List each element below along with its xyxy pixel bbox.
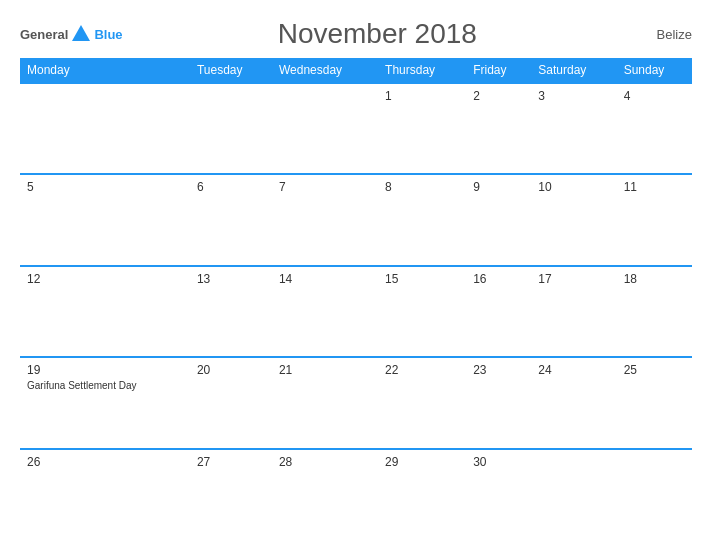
country-label: Belize bbox=[632, 27, 692, 42]
day-number: 14 bbox=[279, 272, 371, 286]
week-row-0: 1234 bbox=[20, 83, 692, 174]
cell-w1-d0: 5 bbox=[20, 174, 190, 265]
day-number: 3 bbox=[538, 89, 609, 103]
day-number: 2 bbox=[473, 89, 524, 103]
calendar-table: Monday Tuesday Wednesday Thursday Friday… bbox=[20, 58, 692, 540]
week-row-2: 12131415161718 bbox=[20, 266, 692, 357]
cell-w4-d2: 28 bbox=[272, 449, 378, 540]
cell-w3-d2: 21 bbox=[272, 357, 378, 448]
cell-w2-d0: 12 bbox=[20, 266, 190, 357]
col-thursday: Thursday bbox=[378, 58, 466, 83]
day-number: 27 bbox=[197, 455, 265, 469]
col-sunday: Sunday bbox=[617, 58, 692, 83]
header: General Blue November 2018 Belize bbox=[20, 18, 692, 50]
cell-w1-d1: 6 bbox=[190, 174, 272, 265]
day-number: 15 bbox=[385, 272, 459, 286]
day-number: 8 bbox=[385, 180, 459, 194]
day-number: 1 bbox=[385, 89, 459, 103]
calendar-header: Monday Tuesday Wednesday Thursday Friday… bbox=[20, 58, 692, 83]
day-number: 12 bbox=[27, 272, 183, 286]
day-number: 4 bbox=[624, 89, 685, 103]
week-row-3: 19Garifuna Settlement Day202122232425 bbox=[20, 357, 692, 448]
day-number: 9 bbox=[473, 180, 524, 194]
day-number: 21 bbox=[279, 363, 371, 377]
cell-w1-d2: 7 bbox=[272, 174, 378, 265]
cell-w4-d0: 26 bbox=[20, 449, 190, 540]
day-number: 16 bbox=[473, 272, 524, 286]
cell-w1-d3: 8 bbox=[378, 174, 466, 265]
calendar-title: November 2018 bbox=[123, 18, 632, 50]
day-number: 19 bbox=[27, 363, 183, 377]
cell-w0-d4: 2 bbox=[466, 83, 531, 174]
day-number: 20 bbox=[197, 363, 265, 377]
day-number: 25 bbox=[624, 363, 685, 377]
col-tuesday: Tuesday bbox=[190, 58, 272, 83]
day-number: 23 bbox=[473, 363, 524, 377]
day-number: 26 bbox=[27, 455, 183, 469]
logo-blue-text: Blue bbox=[94, 27, 122, 42]
cell-w0-d3: 1 bbox=[378, 83, 466, 174]
cell-w4-d4: 30 bbox=[466, 449, 531, 540]
week-row-1: 567891011 bbox=[20, 174, 692, 265]
cell-w0-d0 bbox=[20, 83, 190, 174]
cell-w2-d1: 13 bbox=[190, 266, 272, 357]
logo-icon bbox=[70, 23, 92, 45]
col-saturday: Saturday bbox=[531, 58, 616, 83]
cell-w4-d1: 27 bbox=[190, 449, 272, 540]
day-number: 24 bbox=[538, 363, 609, 377]
cell-w3-d6: 25 bbox=[617, 357, 692, 448]
day-number: 11 bbox=[624, 180, 685, 194]
col-monday: Monday bbox=[20, 58, 190, 83]
cell-w3-d0: 19Garifuna Settlement Day bbox=[20, 357, 190, 448]
cell-w1-d6: 11 bbox=[617, 174, 692, 265]
logo: General Blue bbox=[20, 23, 123, 45]
cell-w4-d6 bbox=[617, 449, 692, 540]
cell-w1-d4: 9 bbox=[466, 174, 531, 265]
calendar-body: 12345678910111213141516171819Garifuna Se… bbox=[20, 83, 692, 540]
cell-w2-d3: 15 bbox=[378, 266, 466, 357]
day-number: 10 bbox=[538, 180, 609, 194]
day-number: 7 bbox=[279, 180, 371, 194]
col-wednesday: Wednesday bbox=[272, 58, 378, 83]
day-number: 18 bbox=[624, 272, 685, 286]
cell-w2-d2: 14 bbox=[272, 266, 378, 357]
svg-marker-0 bbox=[72, 25, 90, 41]
header-row: Monday Tuesday Wednesday Thursday Friday… bbox=[20, 58, 692, 83]
week-row-4: 2627282930 bbox=[20, 449, 692, 540]
day-number: 13 bbox=[197, 272, 265, 286]
cell-w3-d5: 24 bbox=[531, 357, 616, 448]
cell-w2-d5: 17 bbox=[531, 266, 616, 357]
cell-w0-d5: 3 bbox=[531, 83, 616, 174]
day-number: 29 bbox=[385, 455, 459, 469]
cell-w1-d5: 10 bbox=[531, 174, 616, 265]
holiday-label: Garifuna Settlement Day bbox=[27, 379, 183, 392]
col-friday: Friday bbox=[466, 58, 531, 83]
cell-w2-d4: 16 bbox=[466, 266, 531, 357]
cell-w0-d2 bbox=[272, 83, 378, 174]
cell-w3-d4: 23 bbox=[466, 357, 531, 448]
day-number: 5 bbox=[27, 180, 183, 194]
day-number: 22 bbox=[385, 363, 459, 377]
cell-w0-d1 bbox=[190, 83, 272, 174]
cell-w4-d5 bbox=[531, 449, 616, 540]
cell-w3-d3: 22 bbox=[378, 357, 466, 448]
cell-w4-d3: 29 bbox=[378, 449, 466, 540]
logo-general-text: General bbox=[20, 27, 68, 42]
cell-w0-d6: 4 bbox=[617, 83, 692, 174]
day-number: 17 bbox=[538, 272, 609, 286]
day-number: 6 bbox=[197, 180, 265, 194]
day-number: 28 bbox=[279, 455, 371, 469]
cell-w3-d1: 20 bbox=[190, 357, 272, 448]
day-number: 30 bbox=[473, 455, 524, 469]
cell-w2-d6: 18 bbox=[617, 266, 692, 357]
